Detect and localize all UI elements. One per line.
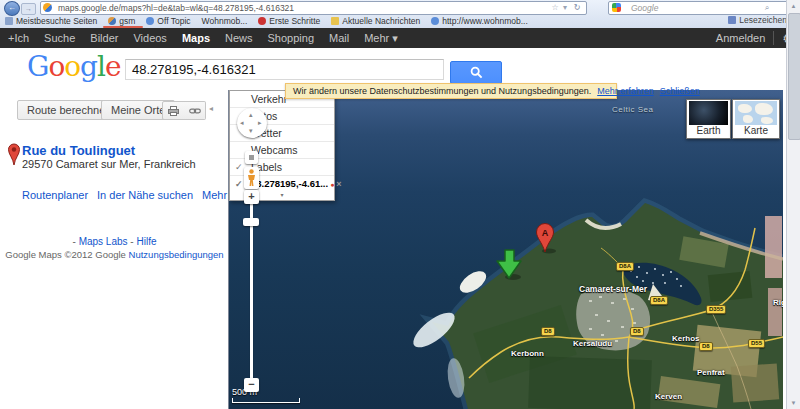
left-panel: Route berechnen Meine Orte ◂ Rue du Toul… <box>0 90 229 409</box>
pegman-icon <box>247 169 256 187</box>
zoom-out-button[interactable]: − <box>244 378 259 392</box>
map-view-button[interactable]: Karte <box>732 99 780 139</box>
map-canvas[interactable]: A Celtic Sea Camaret-sur-Mer Kerbonn Ker… <box>229 90 783 409</box>
terms-link[interactable]: Nutzungsbedingungen <box>129 249 224 260</box>
place-label: Kerbonn <box>511 349 544 358</box>
nav-bilder[interactable]: Bilder <box>90 32 118 45</box>
remove-layer-icon[interactable]: × <box>336 179 341 189</box>
bookmarks-menu-label: Lesezeichen <box>739 15 787 25</box>
globe-icon <box>108 17 116 25</box>
bookmark-item[interactable]: Wohnmob... <box>202 16 248 26</box>
zoom-slider-track[interactable] <box>250 204 253 378</box>
nav-maps[interactable]: Maps <box>182 32 210 45</box>
url-dropdown-icon[interactable]: ▾ <box>560 2 570 13</box>
layer-label: Verkehr <box>251 93 287 105</box>
bookmark-item[interactable]: Erste Schritte <box>258 16 320 26</box>
caret-down-icon: ▾ <box>392 32 398 44</box>
nav-suche[interactable]: Suche <box>44 32 75 45</box>
road-shield: D355 <box>706 305 726 314</box>
globe-icon <box>431 17 439 25</box>
bookmark-label: http://www.wohnmob... <box>442 16 528 26</box>
road-shield: D8 <box>699 342 713 351</box>
zoom-in-button[interactable]: + <box>244 190 259 204</box>
bookmark-label: Meistbesuchte Seiten <box>16 16 97 26</box>
bookmark-item[interactable]: Off Topic <box>146 16 190 26</box>
chain-link-icon <box>189 107 201 115</box>
bookmark-folder[interactable]: Aktuelle Nachrichten <box>331 16 420 26</box>
bookmark-item[interactable]: gsm <box>108 16 135 26</box>
search-engine-icon[interactable] <box>612 3 621 12</box>
url-bar[interactable]: maps.google.de/maps?hl=de&tab=wl&q=48.27… <box>40 1 587 15</box>
search-nearby-link[interactable]: In der Nähe suchen <box>97 189 193 202</box>
link-button[interactable] <box>184 101 206 120</box>
page-favicon-icon <box>43 3 52 12</box>
check-icon: ✓ <box>235 176 243 192</box>
divider <box>773 31 774 45</box>
road-shield: D8 <box>541 327 555 336</box>
bookmark-label: Aktuelle Nachrichten <box>342 16 420 26</box>
signin-link[interactable]: Anmelden <box>716 32 766 44</box>
result-title-link[interactable]: Rue du Toulinguet <box>22 143 135 158</box>
maps-search-input[interactable]: 48.278195,-4.616321 <box>125 59 444 80</box>
nav-plus-ich[interactable]: +Ich <box>8 32 29 45</box>
pan-down-icon[interactable]: ▾ <box>249 127 253 134</box>
pan-control[interactable]: ▴ ◂ ▸ ▾ <box>237 108 267 138</box>
scroll-down-icon[interactable]: ▼ <box>787 397 800 409</box>
sidebar-footer-links: - Maps Labs - Hilfe <box>0 236 229 247</box>
nav-videos[interactable]: Videos <box>133 32 166 45</box>
firefox-start-icon <box>258 17 266 25</box>
scroll-up-icon[interactable]: ▲ <box>787 0 800 12</box>
privacy-notice-bar: Wir ändern unsere Datenschutzbestimmunge… <box>285 83 617 99</box>
logo-letter: o <box>48 50 64 83</box>
pan-right-icon[interactable]: ▸ <box>258 119 262 126</box>
nav-mehr[interactable]: Mehr ▾ <box>364 32 398 45</box>
nav-mail[interactable]: Mail <box>329 32 349 45</box>
help-link[interactable]: Hilfe <box>136 236 156 247</box>
notice-close-link[interactable]: Schließen <box>660 86 700 96</box>
browser-scrollbar[interactable]: ▲ ▼ <box>786 0 800 409</box>
map-thumbnail <box>735 101 777 125</box>
earth-view-button[interactable]: Earth <box>686 99 731 139</box>
bookmark-label: Wohnmob... <box>202 16 248 26</box>
logo-letter: l <box>97 50 105 83</box>
nav-shopping[interactable]: Shopping <box>268 32 315 45</box>
separator: - <box>73 236 76 247</box>
street-view-pegman[interactable] <box>244 167 259 189</box>
zoom-slider-handle[interactable] <box>243 218 259 226</box>
google-nav-items: +Ich Suche Bilder Videos Maps News Shopp… <box>0 32 398 45</box>
sidebar-copyright: Google Maps ©2012 Google Nutzungsbedingu… <box>0 249 229 260</box>
logo-letter: o <box>64 50 80 83</box>
collapse-panel-icon[interactable]: ◂ <box>209 104 213 113</box>
map-view-label: Karte <box>733 125 779 136</box>
directions-link[interactable]: Routenplaner <box>22 189 88 202</box>
bookmark-label: Off Topic <box>157 16 190 26</box>
print-button[interactable] <box>162 101 185 120</box>
bookmark-item[interactable]: Meistbesuchte Seiten <box>5 16 97 26</box>
maps-labs-link[interactable]: Maps Labs <box>79 236 128 247</box>
result-address: 29570 Camaret sur Mer, Frankreich <box>22 158 196 170</box>
logo-letter: g <box>80 50 97 83</box>
reload-icon[interactable]: ↻ <box>572 2 582 13</box>
reset-view-button[interactable] <box>245 151 258 164</box>
scrollbar-thumb[interactable] <box>788 13 800 140</box>
globe-icon <box>146 17 154 25</box>
pan-left-icon[interactable]: ◂ <box>240 119 244 126</box>
bookmark-item[interactable]: http://www.wohnmob... <box>431 16 528 26</box>
notice-learn-more-link[interactable]: Mehr erfahren <box>597 86 654 96</box>
earth-view-label: Earth <box>687 125 730 136</box>
result-marker-icon <box>7 142 21 166</box>
maps-search-button[interactable] <box>450 61 502 84</box>
logo-letter: e <box>105 50 121 83</box>
pan-up-icon[interactable]: ▴ <box>249 111 253 118</box>
road-shield: D8 <box>630 327 644 336</box>
road-shield: D8A <box>616 262 634 271</box>
nav-news[interactable]: News <box>225 32 253 45</box>
logo-letter: G <box>27 50 48 83</box>
bookmarks-menu-button[interactable]: Lesezeichen <box>728 15 787 25</box>
bookmarks-icon <box>728 16 736 24</box>
search-go-icon[interactable]: ⌕ <box>762 2 772 13</box>
notice-text: Wir ändern unsere Datenschutzbestimmunge… <box>293 86 591 96</box>
road-shield: D8A <box>650 296 668 305</box>
bookmark-star-icon[interactable]: ☆ <box>550 2 560 13</box>
brand-label: Google Maps <box>5 249 62 260</box>
